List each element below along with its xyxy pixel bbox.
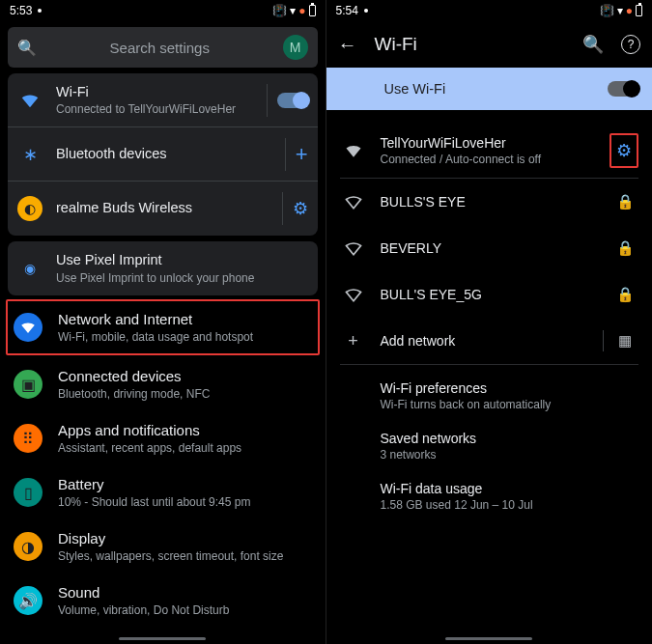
display-sub: Styles, wallpapers, screen timeout, font… bbox=[58, 549, 312, 563]
wifi-settings-button[interactable]: ⚙ bbox=[609, 133, 638, 168]
sound-icon: 🔊 bbox=[14, 586, 43, 615]
wifi-name: BULLS'S EYE bbox=[381, 194, 612, 210]
wifi-status-icon: ▾ bbox=[617, 5, 623, 16]
bluetooth-icon: ∗ bbox=[17, 142, 43, 167]
wifi-network-item[interactable]: BULL'S EYE_5G 🔒 bbox=[326, 271, 653, 318]
bluetooth-card-title: Bluetooth devices bbox=[56, 146, 279, 162]
sound-item[interactable]: 🔊 Sound Volume, vibration, Do Not Distur… bbox=[0, 574, 326, 628]
apps-sub: Assistant, recent apps, default apps bbox=[58, 441, 312, 455]
use-wifi-toggle-row[interactable]: Use Wi-Fi bbox=[326, 68, 653, 110]
devices-icon: ▣ bbox=[14, 370, 43, 399]
battery-title: Battery bbox=[58, 476, 312, 493]
network-sub: Wi-Fi, mobile, data usage and hotspot bbox=[58, 330, 304, 344]
app-bar: ← Wi-Fi 🔍 ? bbox=[326, 21, 653, 68]
wifi-card-title: Wi-Fi bbox=[56, 84, 261, 100]
wifi-network-list: TellYourWiFiLoveHer Connected / Auto-con… bbox=[326, 110, 653, 365]
status-bar: 5:53 📳 ▾ ● bbox=[0, 0, 326, 21]
battery-icon: ▯ bbox=[14, 478, 43, 507]
notification-dot-icon bbox=[364, 9, 368, 13]
connected-sub: Bluetooth, driving mode, NFC bbox=[58, 387, 312, 401]
battery-icon bbox=[309, 5, 316, 16]
pref-sub: 1.58 GB used 12 Jun – 10 Jul bbox=[381, 498, 639, 512]
vibrate-icon: 📳 bbox=[600, 5, 614, 16]
settings-screen: 5:53 📳 ▾ ● 🔍 Search settings M Wi-Fi Con… bbox=[0, 0, 326, 644]
wifi-data-usage-item[interactable]: Wi-Fi data usage 1.58 GB used 12 Jun – 1… bbox=[381, 471, 653, 521]
realme-buds-settings-button[interactable]: ⚙ bbox=[282, 192, 308, 225]
wifi-signal-icon bbox=[340, 141, 367, 160]
realme-buds-title: realme Buds Wireless bbox=[56, 200, 276, 216]
pref-sub: 3 networks bbox=[381, 448, 639, 462]
plus-icon: + bbox=[296, 142, 308, 167]
status-bar: 5:54 📳 ▾ ● bbox=[326, 0, 653, 21]
use-wifi-label: Use Wi-Fi bbox=[384, 81, 609, 97]
wifi-toggle[interactable] bbox=[267, 84, 308, 117]
battery-item[interactable]: ▯ Battery 10% - Should last until about … bbox=[0, 465, 326, 519]
realme-buds-card[interactable]: ◐ realme Buds Wireless ⚙ bbox=[8, 182, 318, 236]
wifi-screen: 5:54 📳 ▾ ● ← Wi-Fi 🔍 ? Use Wi-Fi TellYou… bbox=[326, 0, 653, 644]
apps-icon: ⠿ bbox=[14, 424, 43, 453]
network-internet-item[interactable]: Network and Internet Wi-Fi, mobile, data… bbox=[6, 299, 320, 355]
lock-icon: 🔒 bbox=[611, 286, 638, 303]
search-button[interactable]: 🔍 bbox=[582, 34, 604, 55]
profile-avatar[interactable]: M bbox=[283, 35, 308, 60]
wifi-signal-icon bbox=[340, 192, 367, 211]
bluetooth-card[interactable]: ∗ Bluetooth devices + bbox=[8, 127, 318, 182]
connected-devices-item[interactable]: ▣ Connected devices Bluetooth, driving m… bbox=[0, 357, 326, 411]
pixel-imprint-card[interactable]: ◉ Use Pixel Imprint Use Pixel Imprint to… bbox=[8, 241, 318, 295]
network-title: Network and Internet bbox=[58, 311, 304, 328]
help-button[interactable]: ? bbox=[621, 35, 640, 54]
wifi-signal-icon bbox=[340, 285, 367, 304]
wifi-sub: Connected / Auto-connect is off bbox=[381, 153, 610, 166]
page-title: Wi-Fi bbox=[375, 34, 556, 55]
notification-dot-icon bbox=[38, 9, 42, 13]
apps-title: Apps and notifications bbox=[58, 422, 312, 439]
wifi-icon bbox=[17, 88, 43, 113]
add-network-label: Add network bbox=[381, 333, 604, 349]
nav-pill[interactable] bbox=[119, 637, 206, 640]
wifi-card[interactable]: Wi-Fi Connected to TellYourWiFiLoveHer bbox=[8, 73, 318, 127]
back-button[interactable]: ← bbox=[338, 34, 357, 56]
imprint-card-container: ◉ Use Pixel Imprint Use Pixel Imprint to… bbox=[8, 241, 318, 295]
sound-sub: Volume, vibration, Do Not Disturb bbox=[58, 603, 312, 617]
sound-title: Sound bbox=[58, 584, 312, 602]
wifi-network-item[interactable]: BULLS'S EYE 🔒 bbox=[326, 179, 653, 225]
divider bbox=[603, 330, 604, 351]
wifi-preferences-item[interactable]: Wi-Fi preferences Wi-Fi turns back on au… bbox=[381, 371, 653, 421]
wifi-network-item[interactable]: TellYourWiFiLoveHer Connected / Auto-con… bbox=[326, 124, 653, 178]
wifi-card-sub: Connected to TellYourWiFiLoveHer bbox=[56, 102, 261, 116]
plus-icon: + bbox=[340, 331, 367, 351]
gear-icon: ⚙ bbox=[616, 141, 632, 160]
add-network-row[interactable]: + Add network ▦ bbox=[326, 318, 653, 364]
saved-networks-item[interactable]: Saved networks 3 networks bbox=[381, 421, 653, 471]
bluetooth-add-button[interactable]: + bbox=[285, 138, 308, 171]
pref-title: Wi-Fi preferences bbox=[381, 380, 639, 396]
search-settings-bar[interactable]: 🔍 Search settings M bbox=[8, 27, 318, 68]
status-time: 5:54 bbox=[336, 4, 358, 17]
recording-icon: ● bbox=[298, 5, 305, 16]
apps-notifications-item[interactable]: ⠿ Apps and notifications Assistant, rece… bbox=[0, 411, 326, 465]
display-item[interactable]: ◑ Display Styles, wallpapers, screen tim… bbox=[0, 519, 326, 574]
wifi-status-icon: ▾ bbox=[290, 5, 296, 16]
gear-icon: ⚙ bbox=[293, 198, 308, 219]
qr-scan-button[interactable]: ▦ bbox=[611, 332, 638, 350]
nav-pill[interactable] bbox=[445, 637, 532, 640]
pref-sub: Wi-Fi turns back on automatically bbox=[381, 398, 639, 411]
connected-title: Connected devices bbox=[58, 368, 312, 385]
wifi-name: BEVERLY bbox=[381, 240, 612, 256]
pref-title: Wi-Fi data usage bbox=[381, 481, 639, 496]
search-icon: 🔍 bbox=[17, 39, 37, 57]
search-placeholder: Search settings bbox=[46, 40, 273, 56]
pref-title: Saved networks bbox=[381, 431, 639, 446]
wifi-prefs-section: Wi-Fi preferences Wi-Fi turns back on au… bbox=[326, 365, 653, 521]
imprint-sub: Use Pixel Imprint to unlock your phone bbox=[56, 271, 308, 285]
wifi-network-item[interactable]: BEVERLY 🔒 bbox=[326, 225, 653, 271]
settings-list: Network and Internet Wi-Fi, mobile, data… bbox=[0, 299, 326, 628]
wifi-signal-icon bbox=[340, 238, 367, 258]
use-wifi-toggle[interactable] bbox=[608, 81, 638, 97]
lock-icon: 🔒 bbox=[611, 193, 638, 210]
vibrate-icon: 📳 bbox=[272, 5, 287, 16]
recording-icon: ● bbox=[626, 5, 633, 16]
lock-icon: 🔒 bbox=[611, 239, 638, 257]
battery-sub: 10% - Should last until about 9:45 pm bbox=[58, 495, 312, 509]
suggestion-cards: Wi-Fi Connected to TellYourWiFiLoveHer ∗… bbox=[8, 73, 318, 236]
